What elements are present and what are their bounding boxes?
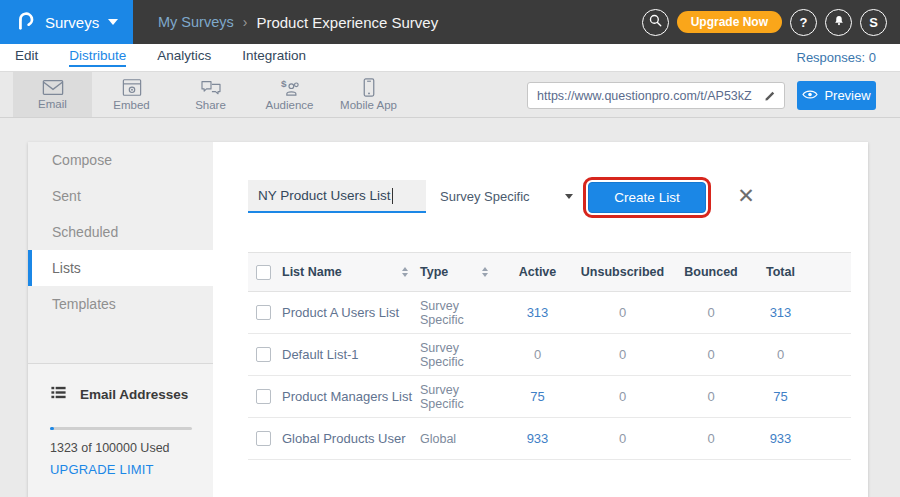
select-all-checkbox[interactable] (256, 265, 271, 280)
usage-text: 1323 of 100000 Used (50, 441, 191, 455)
notifications-button[interactable] (825, 9, 852, 36)
chevron-down-icon (108, 19, 118, 25)
list-name-link[interactable]: Global Products User (282, 431, 420, 446)
sidebar-item-compose[interactable]: Compose (28, 142, 213, 178)
list-name-link[interactable]: Default List-1 (282, 347, 420, 362)
sidebar-item-scheduled[interactable]: Scheduled (28, 214, 213, 250)
sort-icon[interactable] (402, 267, 408, 277)
channel-label: Audience (266, 99, 314, 111)
edit-url-button[interactable] (756, 83, 784, 108)
list-name-link[interactable]: Product Managers List (282, 389, 420, 404)
col-active: Active (500, 265, 575, 279)
channel-label: Share (195, 99, 226, 111)
survey-url-input[interactable] (528, 89, 756, 103)
sidebar-item-templates[interactable]: Templates (28, 286, 213, 322)
active-count[interactable]: 75 (500, 389, 575, 404)
total-count[interactable]: 313 (752, 305, 851, 320)
search-button[interactable] (642, 9, 669, 36)
list-name-input[interactable]: NY Product Users List (248, 180, 426, 213)
list-type-selected: Survey Specific (440, 189, 530, 204)
text-cursor (392, 188, 393, 204)
sidebar-item-lists[interactable]: Lists (28, 250, 213, 286)
channel-label: Embed (113, 99, 149, 111)
responses-count[interactable]: Responses: 0 (797, 50, 877, 65)
channel-label: Email (38, 98, 67, 110)
tab-integration[interactable]: Integration (242, 48, 306, 67)
close-icon[interactable]: ✕ (734, 184, 758, 208)
sidebar-item-sent[interactable]: Sent (28, 178, 213, 214)
chevron-down-icon (565, 194, 573, 199)
share-icon (200, 79, 222, 97)
bell-icon (832, 14, 846, 31)
tab-edit[interactable]: Edit (15, 48, 38, 67)
bounced-count: 0 (670, 347, 752, 362)
channel-embed[interactable]: Embed (92, 72, 171, 117)
email-addresses-title: Email Addresses (80, 387, 188, 402)
col-list-name: List Name (282, 265, 342, 279)
row-checkbox[interactable] (256, 305, 271, 320)
app-window: Surveys My Surveys › Product Experience … (0, 0, 900, 497)
unsubscribed-count: 0 (575, 431, 670, 446)
survey-nav: Edit Distribute Analytics Integration Re… (0, 44, 900, 72)
sort-icon[interactable] (482, 267, 488, 277)
active-count[interactable]: 933 (500, 431, 575, 446)
unsubscribed-count: 0 (575, 305, 670, 320)
distribute-channels: Email Embed (13, 72, 408, 117)
eye-icon (802, 88, 818, 103)
row-checkbox[interactable] (256, 347, 271, 362)
email-icon (42, 79, 64, 96)
row-checkbox[interactable] (256, 389, 271, 404)
channel-share[interactable]: Share (171, 72, 250, 117)
preview-label: Preview (824, 88, 870, 103)
list-name-value: NY Product Users List (258, 188, 391, 203)
breadcrumb: My Surveys › Product Experience Survey (158, 0, 438, 44)
list-type: Global (420, 432, 500, 446)
bounced-count: 0 (670, 389, 752, 404)
breadcrumb-current-survey: Product Experience Survey (256, 14, 438, 31)
active-count[interactable]: 313 (500, 305, 575, 320)
channel-mobile-app[interactable]: Mobile App (329, 72, 408, 117)
avatar[interactable]: S (860, 9, 887, 36)
questionpro-logo-icon (14, 9, 36, 35)
list-type-select[interactable]: Survey Specific (440, 180, 573, 213)
list-stack-icon (50, 384, 67, 405)
col-unsubscribed: Unsubscribed (575, 265, 670, 279)
total-count[interactable]: 75 (752, 389, 851, 404)
upgrade-limit-link[interactable]: UPGRADE LIMIT (50, 462, 191, 477)
topbar-actions: Upgrade Now ? S (642, 0, 887, 44)
list-name-link[interactable]: Product A Users List (282, 305, 420, 320)
channel-email[interactable]: Email (13, 72, 92, 117)
distribute-toolbar: Email Embed (0, 72, 900, 118)
create-list-button[interactable]: Create List (588, 182, 706, 213)
total-count[interactable]: 933 (752, 431, 851, 446)
audience-icon: $ (279, 78, 301, 97)
upgrade-now-button[interactable]: Upgrade Now (677, 11, 782, 33)
channel-audience[interactable]: $ Audience (250, 72, 329, 117)
product-switcher[interactable]: Surveys (0, 0, 133, 44)
top-bar: Surveys My Surveys › Product Experience … (0, 0, 900, 44)
list-type: Survey Specific (420, 341, 500, 369)
help-button[interactable]: ? (790, 9, 817, 36)
usage-progress-fill (50, 427, 54, 430)
row-checkbox[interactable] (256, 431, 271, 446)
avatar-initial: S (869, 15, 878, 30)
table-row: Product Managers List Survey Specific 75… (248, 376, 851, 418)
tab-analytics[interactable]: Analytics (157, 48, 211, 67)
survey-url-field (527, 82, 785, 109)
table-header-row: List Name Type Active Unsubscribed Bounc… (248, 252, 851, 292)
survey-nav-tabs: Edit Distribute Analytics Integration (0, 48, 306, 67)
unsubscribed-count: 0 (575, 347, 670, 362)
svg-text:$: $ (280, 78, 286, 89)
breadcrumb-my-surveys[interactable]: My Surveys (158, 14, 234, 30)
preview-button[interactable]: Preview (797, 81, 876, 110)
list-type: Survey Specific (420, 299, 500, 327)
lists-panel: Compose Sent Scheduled Lists Templates E… (28, 142, 868, 497)
email-addresses-section: Email Addresses 1323 of 100000 Used UPGR… (28, 364, 213, 497)
channel-label: Mobile App (340, 99, 397, 111)
bounced-count: 0 (670, 305, 752, 320)
breadcrumb-separator: › (243, 14, 248, 30)
col-total: Total (752, 265, 851, 279)
tab-distribute[interactable]: Distribute (69, 48, 126, 67)
col-type: Type (420, 265, 448, 279)
product-name: Surveys (45, 14, 99, 31)
